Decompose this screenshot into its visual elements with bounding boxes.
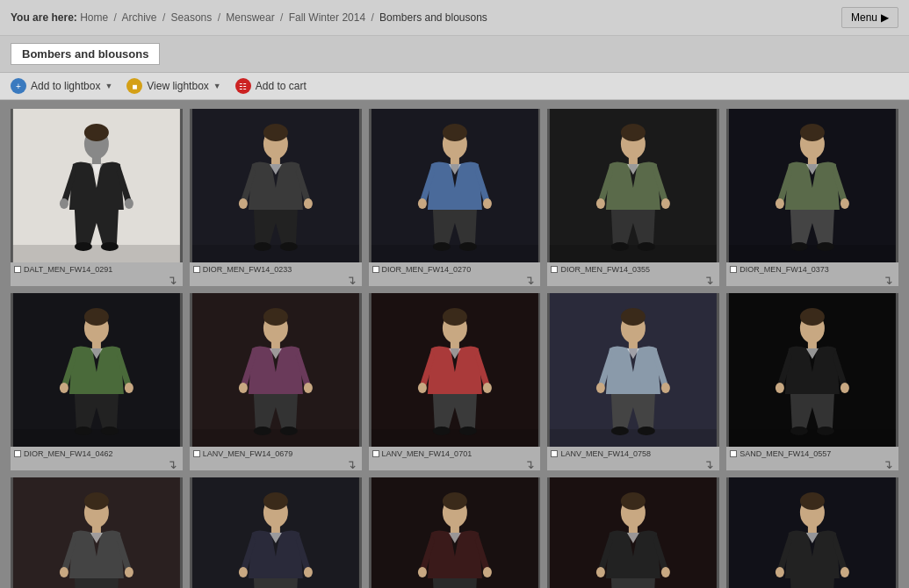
expand-arrow[interactable]: ↴ — [372, 274, 537, 286]
image-checkbox[interactable] — [372, 266, 379, 273]
svg-rect-46 — [13, 429, 180, 447]
image-item[interactable]: DIOR_MEN_FW14_0462 ↴ — [11, 293, 183, 470]
image-checkbox[interactable] — [193, 450, 200, 457]
svg-rect-94 — [92, 526, 101, 533]
expand-arrow[interactable]: ↴ — [14, 274, 179, 286]
image-frame — [369, 477, 541, 588]
image-checkbox[interactable] — [730, 266, 737, 273]
svg-point-77 — [596, 383, 605, 393]
svg-point-41 — [776, 198, 784, 209]
svg-point-53 — [101, 427, 119, 435]
expand-arrow[interactable]: ↴ — [730, 274, 895, 286]
image-frame — [11, 109, 183, 262]
image-item[interactable]: DIOR_MEN_FW14_0233 ↴ — [190, 109, 362, 286]
svg-point-120 — [621, 492, 646, 510]
image-frame — [190, 293, 362, 447]
svg-point-69 — [482, 383, 491, 393]
breadcrumb: You are here: Home / Archive / Seasons /… — [11, 11, 487, 24]
section-title: Bombers and blousons — [11, 43, 160, 65]
image-item[interactable]: DALT_MEN_FW14_0291 ↴ — [11, 109, 183, 286]
svg-point-21 — [442, 124, 466, 141]
svg-rect-19 — [371, 245, 537, 262]
image-caption: DALT_MEN_FW14_0291 ↴ — [11, 262, 183, 286]
image-checkbox[interactable] — [730, 450, 737, 457]
breadcrumb-fallwinter[interactable]: Fall Winter 2014 — [289, 11, 365, 24]
expand-arrow[interactable]: ↴ — [372, 458, 537, 470]
image-code: DIOR_MEN_FW14_0373 — [739, 265, 829, 274]
svg-point-48 — [84, 308, 109, 326]
svg-point-93 — [84, 492, 109, 510]
image-code: DALT_MEN_FW14_0291 — [24, 265, 112, 274]
image-caption: LANV_MEN_FW14_0758 ↴ — [547, 447, 719, 470]
svg-point-5 — [60, 198, 69, 209]
breadcrumb-home[interactable]: Home — [80, 11, 108, 24]
svg-rect-67 — [450, 341, 458, 348]
svg-point-33 — [661, 198, 670, 209]
expand-arrow[interactable]: ↴ — [551, 274, 716, 286]
image-checkbox[interactable] — [14, 450, 21, 457]
image-frame — [190, 477, 362, 588]
svg-rect-112 — [450, 526, 458, 533]
breadcrumb-archive[interactable]: Archive — [122, 11, 157, 24]
image-item[interactable]: ↴ — [726, 477, 898, 588]
breadcrumb-menswear[interactable]: Menswear — [226, 11, 274, 24]
svg-point-102 — [263, 492, 288, 510]
svg-point-12 — [263, 124, 288, 141]
svg-point-42 — [840, 198, 849, 209]
expand-arrow[interactable]: ↴ — [730, 458, 895, 470]
image-caption: DIOR_MEN_FW14_0462 ↴ — [11, 447, 183, 470]
image-item[interactable]: ↴ — [11, 477, 183, 588]
svg-rect-22 — [450, 157, 458, 164]
image-item[interactable]: LANV_MEN_FW14_0679 ↴ — [190, 293, 362, 470]
breadcrumb-seasons[interactable]: Seasons — [171, 11, 213, 24]
svg-rect-55 — [192, 429, 359, 447]
svg-point-51 — [125, 383, 133, 393]
svg-rect-49 — [92, 341, 101, 348]
expand-arrow[interactable]: ↴ — [193, 458, 358, 470]
menu-label: Menu — [851, 11, 877, 24]
svg-point-84 — [800, 308, 825, 326]
image-checkbox[interactable] — [551, 266, 558, 273]
add-lightbox-button[interactable]: + Add to lightbox ▼ — [11, 78, 112, 94]
image-caption: DIOR_MEN_FW14_0233 ↴ — [190, 262, 362, 286]
section-header: Bombers and blousons — [0, 36, 909, 73]
svg-point-95 — [60, 567, 69, 577]
svg-point-88 — [790, 427, 808, 435]
image-item[interactable]: ↴ — [369, 477, 541, 588]
image-item[interactable]: ↴ — [547, 477, 719, 588]
image-item[interactable]: DIOR_MEN_FW14_0355 ↴ — [547, 109, 719, 286]
image-item[interactable]: LANV_MEN_FW14_0701 ↴ — [369, 293, 541, 470]
image-frame — [547, 109, 719, 262]
svg-point-16 — [254, 242, 271, 251]
image-item[interactable]: ↴ — [190, 477, 362, 588]
image-frame — [11, 293, 183, 447]
svg-point-80 — [638, 427, 655, 435]
image-code: DIOR_MEN_FW14_0270 — [382, 265, 472, 274]
breadcrumb-current: Bombers and blousons — [379, 11, 487, 24]
svg-point-44 — [817, 242, 834, 251]
svg-point-15 — [304, 198, 313, 209]
svg-point-114 — [482, 567, 491, 577]
menu-button[interactable]: Menu ▶ — [841, 7, 898, 28]
expand-arrow[interactable]: ↴ — [551, 458, 716, 470]
image-checkbox[interactable] — [551, 450, 558, 457]
image-item[interactable]: DIOR_MEN_FW14_0270 ↴ — [369, 109, 541, 286]
image-checkbox[interactable] — [14, 266, 21, 273]
view-lightbox-button[interactable]: ■ View lightbox ▼ — [126, 78, 220, 94]
svg-rect-64 — [371, 429, 537, 447]
expand-arrow[interactable]: ↴ — [193, 274, 358, 286]
expand-arrow[interactable]: ↴ — [14, 458, 179, 470]
svg-point-3 — [84, 124, 109, 141]
image-caption: DIOR_MEN_FW14_0355 ↴ — [547, 262, 719, 286]
svg-point-122 — [596, 567, 605, 577]
view-lightbox-arrow: ▼ — [213, 82, 221, 90]
image-checkbox[interactable] — [193, 266, 200, 273]
svg-point-129 — [800, 492, 825, 510]
image-item[interactable]: SAND_MEN_FW14_0557 ↴ — [726, 293, 898, 470]
svg-point-79 — [611, 427, 629, 435]
image-item[interactable]: LANV_MEN_FW14_0758 ↴ — [547, 293, 719, 470]
image-checkbox[interactable] — [372, 450, 379, 457]
add-cart-button[interactable]: ☷ Add to cart — [235, 78, 307, 94]
image-item[interactable]: DIOR_MEN_FW14_0373 ↴ — [726, 109, 898, 286]
svg-point-26 — [458, 242, 476, 251]
